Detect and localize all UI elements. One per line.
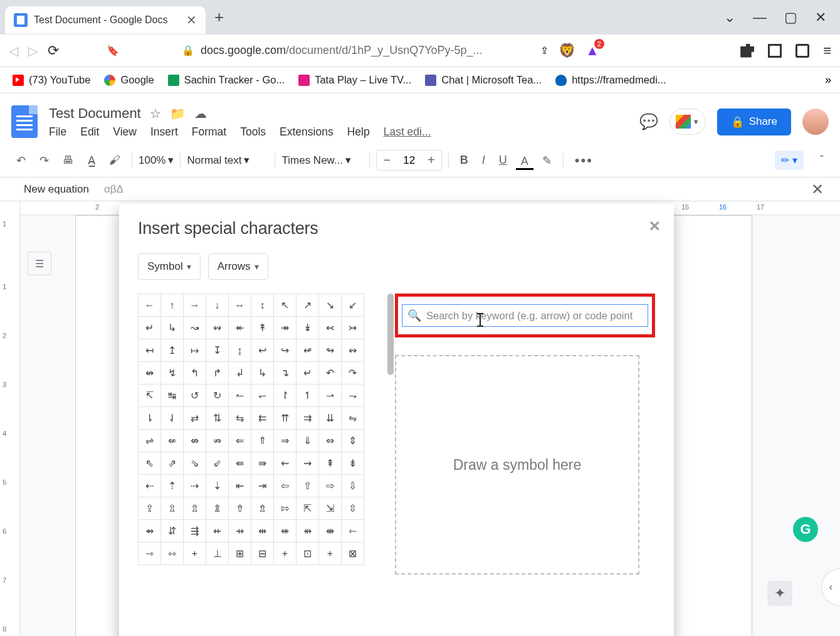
- character-cell[interactable]: ←: [139, 294, 161, 317]
- character-cell[interactable]: ↗: [297, 294, 319, 317]
- character-cell[interactable]: ↺: [184, 384, 206, 407]
- close-dialog-button[interactable]: ×: [649, 215, 660, 236]
- cloud-status-icon[interactable]: ☁: [194, 106, 207, 121]
- character-cell[interactable]: ⊞: [229, 543, 251, 565]
- character-cell[interactable]: ⇂: [139, 407, 161, 430]
- user-avatar[interactable]: [802, 109, 829, 135]
- character-cell[interactable]: ⇈: [274, 407, 297, 430]
- editing-mode-button[interactable]: ✏▾: [775, 151, 804, 170]
- subcategory-select[interactable]: Arrows: [208, 253, 268, 280]
- character-cell[interactable]: ⇀: [319, 384, 342, 407]
- more-tools-button[interactable]: •••: [570, 149, 598, 172]
- character-cell[interactable]: +: [319, 543, 342, 565]
- character-cell[interactable]: ⇰: [274, 497, 297, 520]
- increase-size-button[interactable]: +: [421, 151, 441, 170]
- new-equation-button[interactable]: New equation: [24, 183, 89, 196]
- character-cell[interactable]: +: [184, 543, 206, 565]
- share-button[interactable]: 🔒Share: [717, 109, 791, 135]
- character-cell[interactable]: ⇘: [184, 452, 206, 475]
- character-cell[interactable]: ↰: [184, 362, 206, 384]
- character-cell[interactable]: ↨: [229, 339, 251, 362]
- menu-view[interactable]: View: [113, 125, 137, 139]
- character-cell[interactable]: ⇗: [161, 452, 184, 475]
- character-cell[interactable]: ⇹: [251, 520, 274, 543]
- new-tab-button[interactable]: +: [214, 8, 224, 27]
- character-cell[interactable]: ⇋: [342, 407, 364, 430]
- character-cell[interactable]: ↮: [139, 362, 161, 384]
- character-cell[interactable]: ⇊: [319, 407, 342, 430]
- document-title[interactable]: Test Document: [49, 105, 141, 122]
- character-cell[interactable]: ↓: [206, 294, 229, 317]
- character-cell[interactable]: ↸: [139, 384, 161, 407]
- back-button[interactable]: ◁: [9, 43, 18, 58]
- character-cell[interactable]: ↔: [229, 294, 251, 317]
- character-cell[interactable]: ⇬: [184, 497, 206, 520]
- character-cell[interactable]: ⇚: [229, 452, 251, 475]
- character-cell[interactable]: ↻: [206, 384, 229, 407]
- maximize-button[interactable]: ▢: [784, 9, 797, 26]
- bookmark-tataplay[interactable]: Tata Play – Live TV...: [295, 72, 415, 88]
- chevron-down-icon[interactable]: ⌄: [724, 9, 735, 26]
- minimize-button[interactable]: ―: [753, 9, 767, 26]
- last-edit-link[interactable]: Last edi...: [384, 125, 431, 139]
- character-cell[interactable]: ⊡: [297, 543, 319, 565]
- font-size-value[interactable]: 12: [397, 152, 421, 169]
- menu-edit[interactable]: Edit: [80, 125, 99, 139]
- character-cell[interactable]: ⇺: [274, 520, 297, 543]
- character-cell[interactable]: ↳: [251, 362, 274, 384]
- bookmark-google[interactable]: Google: [100, 72, 157, 88]
- reload-button[interactable]: ⟳: [48, 43, 59, 59]
- search-input[interactable]: [426, 310, 643, 322]
- character-cell[interactable]: ↣: [342, 317, 364, 339]
- character-cell[interactable]: ↵: [139, 317, 161, 339]
- character-cell[interactable]: ↭: [206, 317, 229, 339]
- character-cell[interactable]: ⇕: [342, 430, 364, 452]
- character-cell[interactable]: ↕: [251, 294, 274, 317]
- paragraph-style-select[interactable]: Normal text ▾: [187, 154, 268, 167]
- character-cell[interactable]: ⇭: [206, 497, 229, 520]
- close-tab-button[interactable]: ✕: [186, 13, 197, 28]
- brave-icon[interactable]: 🦁: [559, 43, 575, 59]
- character-cell[interactable]: ↼: [229, 384, 251, 407]
- character-cell[interactable]: ⇒: [274, 430, 297, 452]
- explore-button[interactable]: ✦: [767, 581, 792, 606]
- character-cell[interactable]: ↤: [139, 339, 161, 362]
- bold-button[interactable]: B: [455, 150, 473, 171]
- underline-button[interactable]: U: [494, 150, 512, 171]
- character-cell[interactable]: ⇔: [319, 430, 342, 452]
- character-cell[interactable]: ⇵: [161, 520, 184, 543]
- collapse-toolbar-button[interactable]: ˆ: [815, 150, 829, 171]
- character-cell[interactable]: ↝: [184, 317, 206, 339]
- character-cell[interactable]: ↽: [251, 384, 274, 407]
- character-cell[interactable]: ↖: [274, 294, 297, 317]
- menu-format[interactable]: Format: [192, 125, 226, 139]
- character-cell[interactable]: ⇆: [229, 407, 251, 430]
- menu-insert[interactable]: Insert: [150, 125, 178, 139]
- character-cell[interactable]: ⇜: [274, 452, 297, 475]
- menu-extensions[interactable]: Extensions: [280, 125, 333, 139]
- character-cell[interactable]: ⇟: [342, 452, 364, 475]
- character-cell[interactable]: ⇩: [342, 475, 364, 497]
- character-cell[interactable]: ↡: [297, 317, 319, 339]
- character-cell[interactable]: ↞: [229, 317, 251, 339]
- character-cell[interactable]: ⇷: [206, 520, 229, 543]
- text-color-button[interactable]: A: [516, 151, 533, 170]
- character-cell[interactable]: ⇳: [342, 497, 364, 520]
- character-cell[interactable]: ↦: [184, 339, 206, 362]
- character-cell[interactable]: ⇯: [251, 497, 274, 520]
- character-cell[interactable]: ↭: [342, 339, 364, 362]
- character-cell[interactable]: ⇌: [139, 430, 161, 452]
- character-cell[interactable]: ⇎: [184, 430, 206, 452]
- character-cell[interactable]: ⊟: [251, 543, 274, 565]
- character-cell[interactable]: ↩: [251, 339, 274, 362]
- character-cell[interactable]: ⇞: [319, 452, 342, 475]
- character-cell[interactable]: ↙: [342, 294, 364, 317]
- character-cell[interactable]: ⇥: [251, 475, 274, 497]
- character-cell[interactable]: ↪: [274, 339, 297, 362]
- character-cell[interactable]: ⇑: [251, 430, 274, 452]
- comments-icon[interactable]: 💬: [639, 113, 658, 130]
- character-cell[interactable]: ⇅: [206, 407, 229, 430]
- character-cell[interactable]: ⇸: [229, 520, 251, 543]
- character-cell[interactable]: ↴: [274, 362, 297, 384]
- character-cell[interactable]: ⇏: [206, 430, 229, 452]
